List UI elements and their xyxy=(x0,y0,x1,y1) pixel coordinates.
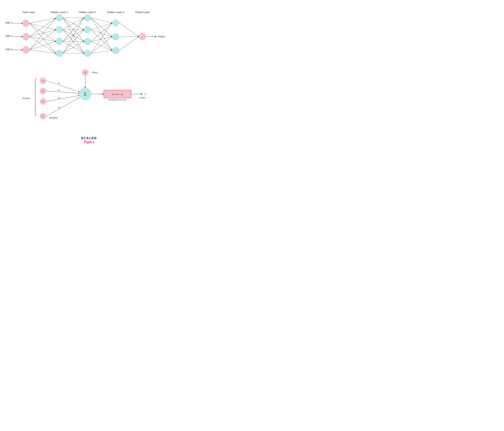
conn xyxy=(91,30,112,50)
conn xyxy=(29,50,56,53)
b-input-3-label: x₃ xyxy=(42,100,44,103)
h2-node-4 xyxy=(84,50,91,57)
snp2-label: SNP 2 xyxy=(5,35,12,37)
conn xyxy=(119,23,139,36)
h3-node-2 xyxy=(112,33,119,40)
conn xyxy=(29,23,56,30)
label-hidden3: Hidden Layer 3 xyxy=(107,11,124,14)
w1-label: w₁ xyxy=(58,82,60,84)
inputs-label: (Inputs) xyxy=(22,97,30,99)
activation-formula: f(Σᵢ xᵢwᵢ + b) xyxy=(112,93,123,95)
snp1-label: SNP 1 xyxy=(5,22,12,24)
label-hidden1: Hidden Layer 1 xyxy=(51,11,68,14)
wn-label: wₙ xyxy=(58,106,60,109)
h3-node-1 xyxy=(112,19,119,26)
label-output: Output Layer xyxy=(135,11,150,14)
conn xyxy=(29,23,56,42)
conn xyxy=(91,42,112,50)
bias-label: b xyxy=(85,71,86,74)
output-node xyxy=(139,33,146,40)
conn xyxy=(91,23,112,30)
b-input-n-label: xₙ xyxy=(42,115,44,117)
main-diagram: Input Layer Hidden Layer 1 Hidden Layer … xyxy=(0,0,178,133)
conn xyxy=(91,18,112,23)
brand-topics: Topics xyxy=(0,140,178,144)
b-input-1-label: x₁ xyxy=(42,79,44,82)
conn xyxy=(91,37,112,42)
conn xyxy=(29,18,56,50)
h2-node-1 xyxy=(84,14,91,21)
w2-label: w₂ xyxy=(58,89,60,91)
conn xyxy=(29,18,56,36)
w1-conn xyxy=(46,81,80,92)
output-label-top: Output xyxy=(158,35,165,38)
snp3-label: SNP 3 xyxy=(5,48,12,51)
w2-conn xyxy=(46,91,79,93)
label-hidden2: Hidden Layer 2 xyxy=(79,11,96,14)
conn xyxy=(91,30,112,37)
weights-caption: (Weights) xyxy=(49,117,58,119)
dots1: · xyxy=(43,107,43,109)
conn xyxy=(29,30,56,50)
sum-label: Σ xyxy=(84,92,87,97)
input-node-2 xyxy=(22,33,29,40)
h1-node-1 xyxy=(56,14,63,21)
y-label: y xyxy=(144,93,146,95)
b-input-2-label: x₂ xyxy=(42,90,44,92)
dots2: · xyxy=(43,110,43,112)
conn xyxy=(29,18,56,23)
conn xyxy=(29,42,56,50)
conn xyxy=(29,30,56,36)
conn xyxy=(91,18,112,50)
bias-caption: (Bias) xyxy=(92,71,98,74)
label-input-layer: Input Layer xyxy=(23,11,35,14)
input-node-1 xyxy=(22,20,29,27)
conn xyxy=(29,23,56,53)
brand-section: SCALER Topics xyxy=(0,133,178,149)
h1-node-3 xyxy=(56,38,63,45)
conn xyxy=(119,36,139,37)
h2-node-3 xyxy=(84,38,91,45)
conn xyxy=(119,36,139,50)
output-caption-bottom: Output xyxy=(139,97,145,99)
conn xyxy=(91,18,112,37)
h1-node-4 xyxy=(56,50,63,57)
h2-node-2 xyxy=(84,26,91,33)
activation-caption: (Activation function) xyxy=(108,98,127,101)
w3-label: w₃ xyxy=(58,97,60,99)
conn xyxy=(91,23,112,53)
input-node-3 xyxy=(22,46,29,53)
h1-node-2 xyxy=(56,26,63,33)
input-bracket xyxy=(35,79,37,115)
h3-node-3 xyxy=(112,47,119,54)
conn xyxy=(91,23,112,42)
